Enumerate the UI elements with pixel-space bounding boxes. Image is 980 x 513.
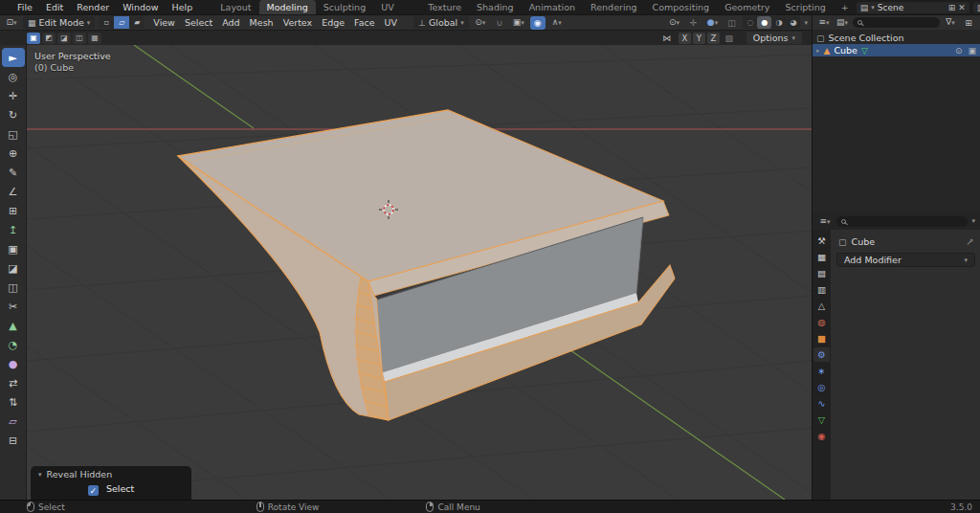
tab-add-workspace[interactable]: + xyxy=(834,0,857,14)
cursor-tool[interactable]: ◎ xyxy=(2,67,25,86)
operator-panel-header[interactable]: ▾ Reveal Hidden xyxy=(31,466,191,481)
loop-cut-tool[interactable]: ◫ xyxy=(2,278,25,297)
rendered-shading[interactable]: ◕ xyxy=(786,16,800,29)
tab-layout[interactable]: Layout xyxy=(212,0,258,14)
outliner-row-scene-collection[interactable]: ▢ Scene Collection xyxy=(813,32,980,44)
mirror-x-toggle[interactable]: X xyxy=(679,33,691,44)
output-tab[interactable]: ▤ xyxy=(813,266,830,280)
measure-tool[interactable]: ∠ xyxy=(2,182,25,201)
operator-panel[interactable]: ▾ Reveal Hidden ✓ Select xyxy=(31,466,191,500)
pin-icon[interactable]: ⊸ xyxy=(963,235,976,249)
tab-rendering[interactable]: Rendering xyxy=(583,0,645,14)
material-preview-shading[interactable]: ◑ xyxy=(771,16,786,29)
transform-orientation[interactable]: ⊥ Global ▾ xyxy=(413,16,469,29)
editor-type-icon[interactable]: ⊡▾ xyxy=(4,15,19,30)
select-box-tool[interactable]: ► xyxy=(2,48,25,67)
object-tab[interactable]: ■ xyxy=(813,331,830,346)
properties-search-input[interactable] xyxy=(836,216,968,227)
book-mesh[interactable] xyxy=(178,110,675,420)
rotate-tool[interactable]: ↻ xyxy=(2,105,25,124)
unlink-scene-icon[interactable]: ✕ xyxy=(958,3,966,12)
object-visibility-icon[interactable]: ⊙▾ xyxy=(666,15,681,30)
scene-tab[interactable]: △ xyxy=(813,299,830,313)
scale-tool[interactable]: ◱ xyxy=(2,124,25,144)
shading-dropdown-icon[interactable]: ▾ xyxy=(804,19,808,27)
select-extend[interactable]: ◩ xyxy=(42,33,56,44)
properties-editor-icon[interactable]: ≡▾ xyxy=(817,214,833,229)
proportional-editing-icon[interactable]: ◉ xyxy=(530,16,546,30)
menu-file[interactable]: File xyxy=(11,0,39,14)
tab-compositing[interactable]: Compositing xyxy=(645,0,718,14)
tab-scripting[interactable]: Scripting xyxy=(778,0,834,14)
menu-uv[interactable]: UV xyxy=(380,15,402,31)
rip-region-tool[interactable]: ⊟ xyxy=(2,431,25,450)
shear-tool[interactable]: ▱ xyxy=(2,412,25,431)
spin-tool[interactable]: ◔ xyxy=(2,335,25,354)
menu-face[interactable]: Face xyxy=(349,15,379,31)
viewport-3d[interactable]: User Perspective (0) Cube ▾ Reveal Hidde… xyxy=(27,45,812,500)
filter-funnel-icon[interactable]: ∇▾ xyxy=(943,15,958,30)
vertex-select-mode[interactable]: ▫ xyxy=(99,16,114,29)
edge-select-mode[interactable]: ▱ xyxy=(114,16,129,29)
mode-selector[interactable]: ▦ Edit Mode ▾ xyxy=(23,16,95,29)
select-checkbox[interactable]: ✓ xyxy=(88,485,99,496)
extrude-region-tool[interactable]: ↥ xyxy=(2,220,25,239)
tool-tab[interactable]: ⚒ xyxy=(813,234,830,248)
poly-build-tool[interactable]: ▲ xyxy=(2,316,25,335)
world-tab[interactable]: ◍ xyxy=(813,315,830,329)
options-dropdown[interactable]: Options ▾ xyxy=(746,32,802,44)
render-tab[interactable]: ▦ xyxy=(813,250,830,264)
modifiers-tab[interactable]: ⚙ xyxy=(813,347,830,362)
smooth-tool[interactable]: ● xyxy=(2,354,25,373)
knife-tool[interactable]: ✂ xyxy=(2,297,25,316)
camera-visibility-icon[interactable]: ▣ xyxy=(968,46,976,56)
tab-geometry-nodes[interactable]: Geometry Nodes xyxy=(717,0,777,14)
menu-window[interactable]: Window xyxy=(116,0,165,14)
transform-tool[interactable]: ⊕ xyxy=(2,144,25,163)
falloff-curve-icon[interactable]: ∧▾ xyxy=(549,15,565,30)
tab-shading[interactable]: Shading xyxy=(469,0,522,14)
bevel-tool[interactable]: ◪ xyxy=(2,258,25,278)
object-data-tab[interactable]: ▽ xyxy=(813,413,830,427)
menu-vertex[interactable]: Vertex xyxy=(278,15,318,31)
menu-mesh[interactable]: Mesh xyxy=(245,15,278,31)
menu-add[interactable]: Add xyxy=(217,15,244,31)
physics-tab[interactable]: ◎ xyxy=(813,380,830,394)
outliner-filter-icon[interactable]: ▤▾ xyxy=(835,15,850,30)
add-modifier-button[interactable]: Add Modifier ▾ xyxy=(836,253,975,267)
tab-texture-paint[interactable]: Texture Paint xyxy=(420,0,469,14)
add-cube-tool[interactable]: ⊞ xyxy=(2,201,25,220)
menu-help[interactable]: Help xyxy=(166,0,200,14)
show-gizmo-icon[interactable]: ✛ xyxy=(685,16,701,30)
chevron-down-icon[interactable]: ▾ xyxy=(971,217,975,225)
toggle-xray-icon[interactable]: ◫ xyxy=(724,16,739,30)
hide-eye-icon[interactable]: ⊙ xyxy=(955,46,963,56)
inset-faces-tool[interactable]: ▣ xyxy=(2,239,25,258)
outliner-display-mode-icon[interactable]: ≡▾ xyxy=(816,15,832,30)
snap-to-icon[interactable]: ▣▾ xyxy=(511,15,526,30)
new-collection-icon[interactable]: ⊞ xyxy=(961,16,976,30)
pivot-point-icon[interactable]: ⊙▾ xyxy=(473,15,488,30)
new-scene-icon[interactable]: ⊞ xyxy=(948,3,956,12)
tab-modeling[interactable]: Modeling xyxy=(259,0,316,14)
select-set[interactable]: ▣ xyxy=(27,33,40,44)
shrink-fatten-tool[interactable]: ⇅ xyxy=(2,392,25,412)
constraints-tab[interactable]: ∿ xyxy=(813,396,830,411)
mirror-z-toggle[interactable]: Z xyxy=(707,33,720,44)
show-overlays-icon[interactable]: ●▾ xyxy=(704,15,720,30)
particles-tab[interactable]: ∗ xyxy=(813,364,830,378)
tab-sculpting[interactable]: Sculpting xyxy=(316,0,373,14)
menu-view[interactable]: View xyxy=(148,15,180,31)
wireframe-shading[interactable]: ◌ xyxy=(743,16,757,29)
menu-edit[interactable]: Edit xyxy=(39,0,70,14)
annotate-tool[interactable]: ✎ xyxy=(2,163,25,182)
menu-render[interactable]: Render xyxy=(70,0,116,14)
snap-badge-icon[interactable]: ▨ xyxy=(722,32,737,45)
tab-animation[interactable]: Animation xyxy=(522,0,583,14)
outliner-row-cube[interactable]: ▸ ▲ Cube ▽ ⊙ ▣ xyxy=(813,44,980,56)
viewlayer-selector[interactable]: ▥ ▾ ViewLayer ⊞ xyxy=(973,2,980,13)
face-select-mode[interactable]: ▰ xyxy=(129,16,145,29)
material-tab[interactable]: ◉ xyxy=(813,429,830,443)
snap-magnet-icon[interactable]: ∪ xyxy=(492,16,507,30)
outliner-search-input[interactable] xyxy=(853,17,940,28)
